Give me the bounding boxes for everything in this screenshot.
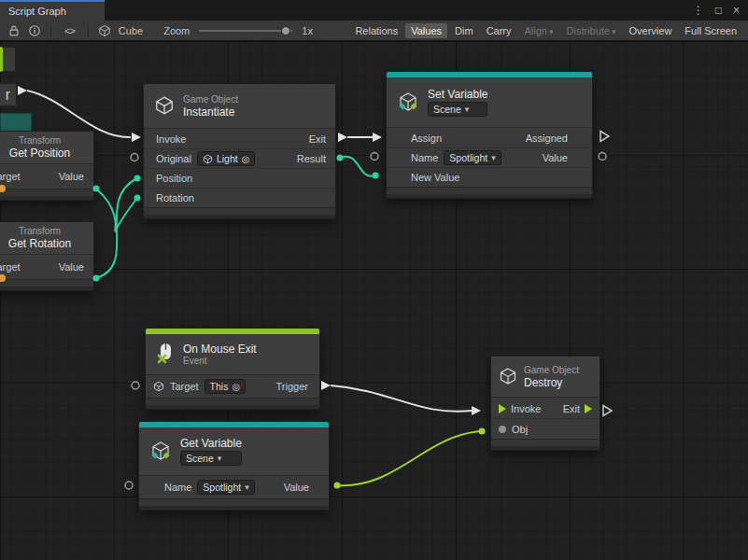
port-label-value: Value bbox=[284, 482, 309, 493]
mouse-icon bbox=[156, 342, 175, 367]
port-instantiate-position-input[interactable] bbox=[134, 175, 141, 182]
port-setvariable-assign-input[interactable] bbox=[373, 133, 382, 142]
port-row: Invoke Exit bbox=[491, 398, 600, 418]
wire-result-to-newvalue[interactable] bbox=[340, 157, 375, 176]
kebab-menu-icon[interactable]: ⋮ bbox=[693, 5, 704, 16]
zoom-slider-track[interactable] bbox=[199, 30, 292, 32]
tab-script-graph[interactable]: Script Graph bbox=[0, 0, 105, 21]
full-screen-button[interactable]: Full Screen bbox=[679, 23, 742, 38]
port-row: Position bbox=[144, 168, 335, 188]
port-label-invoke: Invoke bbox=[511, 403, 541, 414]
unity-script-graph-window: Script Graph ⋮ □ × <> Cube Zoom 1x bbox=[0, 0, 748, 560]
port-getvariable-name-input[interactable] bbox=[125, 482, 133, 489]
node-get-variable[interactable]: Get Variable Scene ▾ Name Spotlight ▾ Va… bbox=[138, 421, 330, 511]
zoom-slider[interactable] bbox=[199, 24, 292, 37]
port-label-assign: Assign bbox=[411, 133, 442, 144]
toolbar-buttons: Relations Values Dim Carry Align▾ Distri… bbox=[349, 23, 744, 38]
wire-getposition-value[interactable] bbox=[96, 189, 137, 231]
object-picker-icon[interactable]: ◎ bbox=[232, 382, 240, 392]
variable-scope-dropdown[interactable]: Scene ▾ bbox=[428, 102, 487, 117]
variable-name-dropdown[interactable]: Spotlight ▾ bbox=[197, 480, 254, 495]
port-setvariable-assigned-output[interactable] bbox=[600, 132, 609, 142]
align-dropdown[interactable]: Align▾ bbox=[519, 23, 559, 38]
object-field-value: Light bbox=[217, 153, 238, 164]
clipped-node-fragment[interactable] bbox=[0, 113, 32, 132]
port-destroy-obj-input[interactable] bbox=[479, 428, 486, 435]
node-title: Get Rotation bbox=[8, 238, 71, 249]
port-getvariable-value-output[interactable] bbox=[334, 483, 341, 489]
wire-getrotation-value[interactable] bbox=[96, 178, 137, 278]
node-footer bbox=[139, 498, 329, 510]
port-onmouseexit-target-input[interactable] bbox=[132, 382, 139, 389]
wire-trigger-to-destroy[interactable] bbox=[331, 385, 472, 412]
node-instantiate[interactable]: Game Object Instantiate Invoke Exit Orig… bbox=[143, 83, 336, 219]
port-instantiate-result-output[interactable] bbox=[337, 155, 344, 161]
port-instantiate-original-input[interactable] bbox=[131, 154, 138, 161]
port-setvariable-newvalue-input[interactable] bbox=[373, 173, 379, 179]
dim-button[interactable]: Dim bbox=[449, 23, 479, 38]
port-row: Name Spotlight ▾ Value bbox=[387, 147, 592, 167]
node-header: Game Object Destroy bbox=[491, 357, 600, 398]
port-instantiate-rotation-input[interactable] bbox=[134, 195, 141, 202]
chevron-down-icon: ▾ bbox=[465, 105, 470, 114]
toolbar-separator bbox=[50, 24, 51, 37]
port-label-name: Name bbox=[411, 152, 438, 163]
carry-button[interactable]: Carry bbox=[481, 23, 517, 38]
target-object-field[interactable]: This ◎ bbox=[205, 379, 247, 394]
port-instantiate-invoke-input[interactable] bbox=[132, 133, 141, 142]
port-label-new-value: New Value bbox=[411, 172, 459, 183]
variable-scope-dropdown[interactable]: Scene ▾ bbox=[180, 451, 242, 466]
node-footer bbox=[144, 207, 335, 218]
object-picker-icon[interactable]: ◎ bbox=[242, 154, 250, 164]
close-icon[interactable]: × bbox=[733, 5, 740, 16]
port-setvariable-value-output[interactable] bbox=[599, 153, 606, 161]
zoom-value: 1x bbox=[302, 25, 313, 36]
node-on-mouse-exit[interactable]: On Mouse Exit Event Target This ◎ Trigge… bbox=[145, 328, 320, 410]
clipped-node-fragment[interactable]: r bbox=[0, 83, 17, 106]
maximize-icon[interactable]: □ bbox=[715, 5, 722, 16]
port-label-target: Target bbox=[0, 171, 21, 182]
clipped-node-fragment[interactable] bbox=[0, 47, 16, 72]
port-row: Invoke Exit bbox=[144, 129, 335, 148]
node-subtitle: Event bbox=[183, 357, 257, 366]
node-set-variable[interactable]: Set Variable Scene ▾ Assign Assigned Nam… bbox=[386, 71, 593, 199]
node-category: Game Object bbox=[183, 95, 238, 105]
port-onmouseexit-trigger-output[interactable] bbox=[321, 381, 331, 390]
lock-icon[interactable] bbox=[4, 22, 24, 39]
code-icon[interactable]: <> bbox=[64, 25, 75, 36]
node-title: Destroy bbox=[524, 377, 579, 388]
port-label-obj: Obj bbox=[512, 424, 528, 435]
node-footer bbox=[0, 279, 93, 290]
port-instantiate-exit-output[interactable] bbox=[338, 133, 347, 142]
distribute-dropdown[interactable]: Distribute▾ bbox=[561, 23, 622, 38]
node-title: Set Variable bbox=[428, 89, 487, 100]
variable-name-dropdown[interactable]: Spotlight ▾ bbox=[444, 150, 501, 165]
zoom-control: Zoom 1x bbox=[160, 24, 317, 37]
zoom-slider-knob[interactable] bbox=[281, 26, 290, 35]
node-get-rotation[interactable]: Transform Get Rotation Target Value bbox=[0, 221, 94, 291]
info-icon[interactable] bbox=[24, 22, 45, 39]
node-get-position[interactable]: Transform Get Position Target Value bbox=[0, 131, 94, 201]
node-header: Transform Get Rotation bbox=[0, 222, 93, 255]
port-setvariable-name-input[interactable] bbox=[371, 153, 378, 161]
values-button[interactable]: Values bbox=[405, 23, 447, 38]
graph-object-name: Cube bbox=[119, 25, 143, 36]
node-header: On Mouse Exit Event bbox=[146, 334, 319, 375]
node-category: Transform bbox=[19, 227, 61, 236]
overview-button[interactable]: Overview bbox=[624, 23, 678, 38]
original-object-field[interactable]: Light ◎ bbox=[197, 151, 256, 166]
port-destroy-exit-output[interactable] bbox=[603, 406, 612, 416]
node-destroy[interactable]: Game Object Destroy Invoke Exit Obj bbox=[490, 356, 600, 451]
relations-button[interactable]: Relations bbox=[349, 23, 403, 38]
node-title: Instantiate bbox=[183, 106, 238, 118]
port-label-rotation: Rotation bbox=[156, 192, 194, 203]
wire-getvariable-to-obj[interactable] bbox=[337, 431, 482, 485]
port-label-value: Value bbox=[59, 261, 84, 273]
variable-icon bbox=[149, 440, 172, 464]
port-destroy-invoke-input[interactable] bbox=[472, 406, 481, 415]
graph-canvas[interactable]: r Transform Get Position Target Value Tr… bbox=[0, 41, 748, 560]
port-fragment-output-arrow[interactable] bbox=[18, 86, 27, 95]
port-label-value: Value bbox=[543, 152, 568, 163]
port-label-target: Target bbox=[0, 261, 21, 273]
port-label-target: Target bbox=[170, 381, 199, 392]
